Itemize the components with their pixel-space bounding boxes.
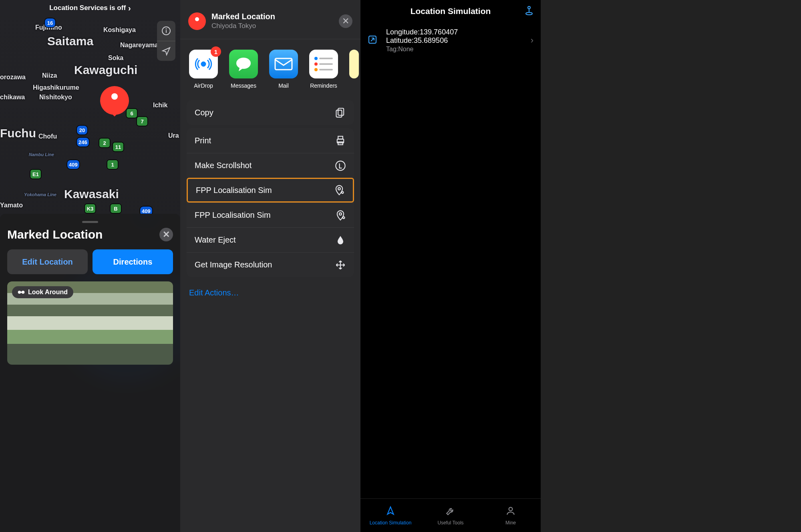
airdrop-badge: 1: [211, 46, 221, 57]
messages-label: Messages: [231, 82, 256, 89]
share-subtitle: Chiyoda Tokyo: [211, 22, 275, 30]
look-around-preview[interactable]: Look Around: [7, 281, 173, 365]
place-nishitokyo: Nishitokyo: [39, 94, 72, 101]
info-icon: [161, 26, 171, 36]
svg-point-14: [336, 161, 345, 170]
share-app-airdrop[interactable]: 1 AirDrop: [189, 50, 218, 89]
action-fpp-localisation-1[interactable]: FPP Localisation Sim: [187, 178, 354, 203]
route-20: 20: [77, 126, 87, 135]
action-copy[interactable]: Copy: [187, 100, 354, 125]
copy-icon: [335, 107, 346, 118]
location-row[interactable]: Longitude:139.760407 Latitude:35.689506 …: [360, 22, 541, 58]
airdrop-label: AirDrop: [194, 82, 213, 89]
close-share-button[interactable]: ✕: [339, 14, 352, 28]
share-app-more[interactable]: [349, 50, 359, 89]
svg-point-17: [339, 213, 342, 215]
route-409a: 409: [67, 160, 79, 169]
water-label: Water Eject: [195, 235, 236, 245]
sheet-title: Marked Location: [7, 228, 103, 241]
svg-point-15: [338, 188, 340, 190]
look-around-label: Look Around: [28, 289, 68, 296]
share-app-reminders[interactable]: Reminders: [309, 50, 338, 89]
banner-text: Location Services is off: [49, 4, 126, 12]
share-app-mail[interactable]: Mail: [269, 50, 298, 89]
place-yamato: Yamato: [0, 202, 23, 209]
close-icon: ✕: [342, 16, 349, 26]
header-pin-icon: [188, 12, 206, 30]
printer-icon: [335, 135, 346, 146]
action-scrollshot[interactable]: Make Scrollshot: [187, 153, 354, 178]
scrollshot-label: Make Scrollshot: [195, 161, 252, 170]
share-apps-row[interactable]: 1 AirDrop Messages Mail: [180, 39, 360, 97]
svg-rect-13: [338, 142, 343, 145]
route-11: 11: [113, 143, 123, 151]
longitude-label: Longitude:: [386, 28, 420, 36]
copy-label: Copy: [195, 108, 213, 117]
notes-icon-partial: [349, 50, 359, 78]
dropped-pin-icon[interactable]: [100, 86, 129, 115]
actions-group-2: Print Make Scrollshot FPP Localisation S…: [187, 128, 354, 277]
place-higashikurume: Higashikurume: [33, 84, 79, 91]
actions-group-1: Copy: [187, 100, 354, 125]
tab-c-label: Mine: [505, 520, 516, 526]
action-water-eject[interactable]: Water Eject: [187, 227, 354, 252]
route-2: 2: [99, 139, 110, 147]
latitude-value: 35.689506: [414, 36, 448, 44]
sheet-grabber[interactable]: [82, 221, 98, 223]
tab-a-label: Location Simulation: [370, 520, 412, 526]
tag-value: None: [398, 46, 413, 52]
share-title: Marked Location: [211, 12, 275, 21]
messages-icon: [229, 50, 258, 78]
add-location-button[interactable]: [525, 6, 533, 18]
tab-bar: Location Simulation Useful Tools Mine: [360, 498, 541, 532]
route-E1: E1: [30, 170, 41, 179]
marked-location-sheet: Marked Location ✕ Edit Location Directio…: [0, 214, 180, 532]
yokohama-line: Yokohama Line: [24, 192, 56, 197]
action-image-resolution[interactable]: Get Image Resolution: [187, 252, 354, 277]
svg-point-16: [342, 192, 344, 194]
place-kawasaki: Kawasaki: [64, 187, 119, 201]
pin-standing-icon: [525, 6, 533, 15]
edit-actions-link[interactable]: Edit Actions…: [180, 280, 360, 305]
share-app-messages[interactable]: Messages: [229, 50, 258, 89]
water-drop-icon: [335, 235, 346, 246]
locate-button[interactable]: [157, 41, 175, 61]
route-B: B: [111, 204, 121, 213]
close-icon: ✕: [163, 229, 170, 240]
directions-button[interactable]: Directions: [93, 249, 173, 274]
close-sheet-button[interactable]: ✕: [159, 228, 173, 241]
info-button[interactable]: [157, 21, 175, 41]
directions-label: Directions: [113, 257, 153, 267]
tab-b-label: Useful Tools: [437, 520, 463, 526]
place-koshigaya: Koshigaya: [103, 26, 136, 34]
share-sheet: Marked Location Chiyoda Tokyo ✕ 1 AirDro…: [180, 0, 360, 532]
tab-location-simulation[interactable]: Location Simulation: [360, 499, 421, 532]
svg-rect-10: [336, 110, 342, 117]
chevron-right-icon: ›: [128, 4, 131, 13]
binoculars-icon: [18, 289, 25, 295]
edit-location-button[interactable]: Edit Location: [7, 249, 88, 274]
page-title: Location Simulation: [411, 6, 491, 16]
route-6: 6: [127, 109, 137, 118]
action-print[interactable]: Print: [187, 128, 354, 153]
route-16: 16: [45, 18, 55, 27]
place-ura: Ura: [168, 132, 179, 139]
tab-useful-tools[interactable]: Useful Tools: [421, 499, 481, 532]
latitude-label: Latitude:: [386, 36, 414, 44]
place-soka: Soka: [108, 54, 123, 62]
place-kawaguchi: Kawaguchi: [74, 63, 137, 77]
mail-label: Mail: [278, 82, 289, 89]
action-fpp-localisation-2[interactable]: FPP Localisation Sim: [187, 203, 354, 227]
imgres-label: Get Image Resolution: [195, 260, 272, 269]
tab-mine[interactable]: Mine: [481, 499, 541, 532]
place-ichikawa: chikawa: [0, 94, 25, 101]
fpp2-label: FPP Localisation Sim: [195, 211, 271, 220]
route-1: 1: [107, 160, 118, 169]
print-label: Print: [195, 136, 211, 145]
svg-point-6: [201, 62, 205, 66]
location-services-banner[interactable]: Location Services is off ›: [0, 0, 180, 16]
maps-screen: Location Services is off › Saitama Koshi…: [0, 0, 180, 532]
look-around-pill[interactable]: Look Around: [12, 286, 73, 298]
svg-rect-12: [338, 137, 343, 139]
reminders-icon: [309, 50, 338, 78]
